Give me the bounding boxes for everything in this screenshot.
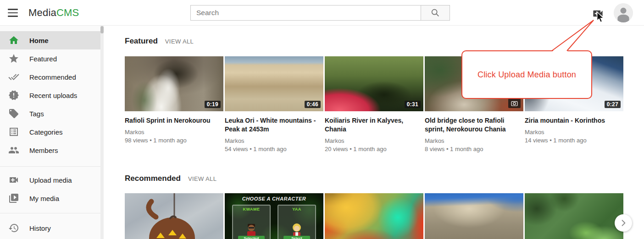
recommended-section-header: Recommended VIEW ALL	[125, 174, 217, 183]
sidebar-item-label: Categories	[29, 128, 63, 136]
video-title[interactable]: Koiliaris River in Kalyves, Chania	[325, 116, 423, 134]
sidebar-item-recommended[interactable]: Recommended	[0, 68, 100, 86]
chevron-right-icon	[619, 218, 628, 228]
upload-media-button[interactable]	[591, 7, 605, 19]
user-avatar[interactable]	[614, 3, 633, 22]
sidebar-scrollbar-track	[100, 26, 104, 239]
sidebar-item-recent-uploads[interactable]: Recent uploads	[0, 86, 100, 104]
search-button[interactable]	[421, 5, 450, 21]
list-icon	[8, 126, 19, 137]
game-character-panel: YAA	[278, 205, 316, 239]
featured-view-all-link[interactable]: VIEW ALL	[165, 38, 194, 45]
duration-badge: 0:19	[205, 101, 221, 108]
video-author[interactable]: Markos	[425, 137, 523, 145]
video-author[interactable]: Markos	[325, 137, 423, 145]
carousel-next-button[interactable]	[615, 214, 632, 232]
sidebar-item-my-media[interactable]: My media	[0, 189, 100, 207]
video-title[interactable]: Ziria mountain - Korinthos	[525, 116, 623, 125]
game-character-name: KWAME	[233, 207, 270, 212]
sidebar-item-label: Recent uploads	[29, 92, 77, 99]
annotation-tooltip: Click Upload Media button	[461, 50, 592, 99]
sidebar-item-label: Members	[29, 147, 58, 154]
duration-badge: 0:46	[305, 101, 321, 108]
sidebar-item-members[interactable]: Members	[0, 141, 100, 159]
video-thumbnail[interactable]	[325, 193, 423, 239]
duration-badge: 0:27	[605, 101, 621, 108]
game-heading-text: CHOOSE A CHARACTER	[225, 196, 323, 201]
hamburger-menu-icon[interactable]	[6, 7, 19, 19]
mediacms-home-page: MediaCMS	[0, 0, 644, 239]
new-releases-icon	[8, 90, 19, 101]
sidebar-item-categories[interactable]: Categories	[0, 123, 100, 141]
sidebar-item-home[interactable]: Home	[0, 31, 100, 49]
section-title: Featured	[125, 37, 158, 46]
video-thumbnail[interactable]	[125, 193, 223, 239]
game-select-button: Select	[283, 236, 310, 239]
video-thumbnail[interactable]	[425, 193, 523, 239]
sidebar-item-label: Recommended	[29, 73, 76, 81]
featured-section-header: Featured VIEW ALL	[125, 37, 194, 46]
video-views: 8 views • 1 month ago	[425, 145, 523, 153]
double-check-icon	[8, 71, 19, 82]
top-app-bar: MediaCMS	[0, 0, 644, 26]
video-library-icon	[8, 193, 19, 204]
tag-icon	[8, 108, 19, 119]
home-icon	[8, 35, 19, 46]
pumpkin-artwork	[125, 193, 223, 239]
upload-media-icon	[592, 7, 604, 20]
annotation-text: Click Upload Media button	[477, 70, 576, 80]
section-title: Recommended	[125, 174, 181, 183]
video-views: 54 views • 1 month ago	[225, 145, 323, 153]
game-selected-button: Selected	[238, 236, 265, 239]
video-thumbnail[interactable]: 0:46	[225, 56, 323, 111]
logo-text-cms: CMS	[56, 7, 79, 18]
video-thumbnail[interactable]: 0:31	[325, 56, 423, 111]
video-author[interactable]: Markos	[125, 128, 223, 136]
video-views: 14 views • 1 month ago	[525, 136, 623, 145]
people-icon	[8, 145, 19, 156]
sidebar-nav: Home Featured Recommended Recent uploads…	[0, 26, 104, 239]
video-call-icon	[8, 174, 19, 185]
video-title[interactable]: Leuka Ori - White mountains - Peak at 24…	[225, 116, 323, 134]
sidebar-item-label: Featured	[29, 55, 57, 63]
game-character-name: YAA	[278, 207, 315, 212]
sidebar-item-featured[interactable]: Featured	[0, 49, 100, 68]
video-card-meta: Rafioli Sprint in Nerokourou Markos 98 v…	[125, 116, 223, 145]
history-icon	[8, 223, 19, 234]
search-icon	[430, 8, 440, 18]
sidebar-divider	[0, 213, 104, 213]
sidebar-item-label: Upload media	[29, 176, 72, 184]
video-card-meta: Leuka Ori - White mountains - Peak at 24…	[225, 116, 323, 153]
sidebar-item-label: Home	[29, 37, 49, 44]
video-title[interactable]: Old bridge close to Rafioli sprint, Nero…	[425, 116, 523, 134]
recommended-view-all-link[interactable]: VIEW ALL	[188, 175, 217, 182]
video-title[interactable]: Rafioli Sprint in Nerokourou	[125, 116, 223, 125]
sidebar-item-label: Tags	[29, 110, 44, 118]
video-thumbnail[interactable]: 0:19	[125, 56, 223, 111]
search-input[interactable]	[190, 5, 421, 21]
video-views: 98 views • 1 month ago	[125, 136, 223, 145]
video-author[interactable]: Markos	[525, 128, 623, 136]
star-icon	[8, 53, 19, 64]
video-card-meta: Ziria mountain - Korinthos Markos 14 vie…	[525, 116, 623, 145]
video-card-meta: Koiliaris River in Kalyves, Chania Marko…	[325, 116, 423, 153]
video-author[interactable]: Markos	[225, 137, 323, 145]
video-thumbnail[interactable]	[525, 193, 623, 239]
video-thumbnail[interactable]: CHOOSE A CHARACTER KWAME YAA	[225, 193, 323, 239]
sidebar-item-tags[interactable]: Tags	[0, 104, 100, 123]
search-bar	[190, 5, 450, 21]
sidebar-divider	[0, 166, 104, 167]
video-views: 20 views • 1 month ago	[325, 145, 423, 153]
duration-badge: 0:31	[405, 101, 421, 108]
sidebar-item-history[interactable]: History	[0, 219, 100, 237]
photo-badge	[508, 98, 521, 108]
sidebar-item-label: History	[29, 224, 51, 232]
mediacms-logo[interactable]: MediaCMS	[28, 0, 79, 26]
person-icon	[614, 3, 633, 22]
sidebar-item-label: My media	[29, 195, 59, 202]
logo-text-media: Media	[28, 7, 56, 18]
camera-icon	[511, 100, 518, 106]
sidebar-item-upload-media[interactable]: Upload media	[0, 171, 100, 189]
sidebar-scrollbar-thumb[interactable]	[100, 26, 104, 33]
video-card-meta: Old bridge close to Rafioli sprint, Nero…	[425, 116, 523, 153]
